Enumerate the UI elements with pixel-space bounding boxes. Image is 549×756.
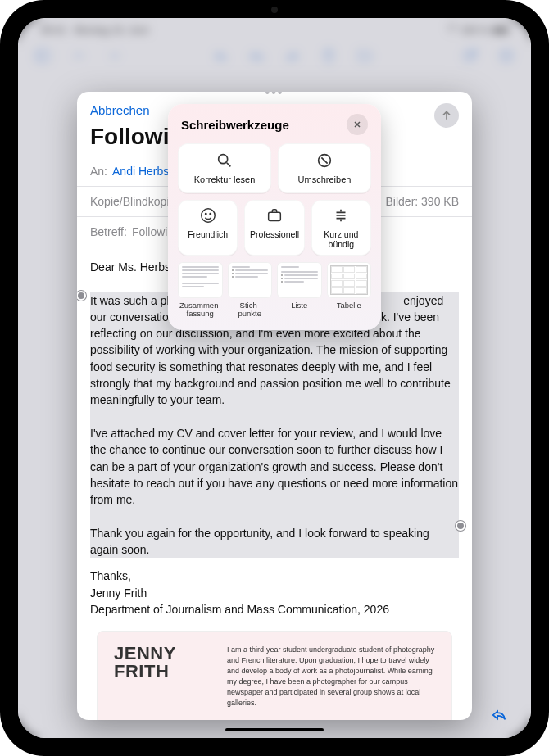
body-p2: I've attached my CV and cover letter for… bbox=[90, 427, 458, 506]
svg-rect-12 bbox=[269, 212, 281, 220]
list-thumb[interactable]: Liste bbox=[277, 262, 322, 319]
cv-attachment[interactable]: JENNY FRITH I am a third-year student un… bbox=[97, 631, 452, 720]
body-p3: Thank you again for the opportunity, and… bbox=[90, 527, 429, 556]
selected-text: It was such a pleasure hidden under popo… bbox=[90, 292, 459, 559]
rewrite-label: Umschreiben bbox=[298, 174, 352, 185]
selection-handle-start[interactable] bbox=[77, 291, 86, 301]
sign-name: Jenny Frith bbox=[90, 585, 459, 601]
popover-close-button[interactable] bbox=[347, 114, 368, 135]
rewrite-icon bbox=[315, 152, 333, 170]
home-indicator[interactable] bbox=[225, 728, 324, 731]
bottom-reply-icon[interactable] bbox=[490, 705, 508, 727]
sign-thanks: Thanks, bbox=[90, 568, 459, 584]
friendly-button[interactable]: Freundlich bbox=[178, 200, 238, 256]
to-label: An: bbox=[90, 165, 107, 178]
table-preview bbox=[327, 262, 372, 298]
cv-divider bbox=[114, 718, 435, 718]
briefcase-icon bbox=[265, 206, 284, 224]
friendly-label: Freundlich bbox=[188, 229, 228, 239]
selection-handle-end[interactable] bbox=[456, 521, 465, 531]
cv-name-last: FRITH bbox=[114, 663, 212, 681]
sign-dept: Department of Journalism and Mass Commun… bbox=[90, 601, 459, 618]
list-preview bbox=[277, 262, 322, 298]
svg-point-7 bbox=[219, 155, 228, 164]
ipad-frame: 09:41 Montag 10. Juni 100 % bbox=[0, 0, 549, 756]
send-button[interactable] bbox=[434, 103, 459, 128]
professional-label: Professionell bbox=[250, 229, 299, 239]
professional-button[interactable]: Professionell bbox=[244, 200, 304, 256]
svg-point-10 bbox=[205, 213, 206, 214]
keypoints-preview bbox=[228, 262, 273, 298]
concise-button[interactable]: Kurz und bündig bbox=[311, 200, 371, 256]
concise-label: Kurz und bündig bbox=[315, 229, 368, 249]
popover-title: Schreibwerkzeuge bbox=[181, 118, 289, 132]
magnifier-icon bbox=[216, 152, 234, 170]
rewrite-button[interactable]: Umschreiben bbox=[278, 143, 371, 193]
keypoints-thumb[interactable]: Stich- punkte bbox=[228, 262, 273, 319]
proofread-button[interactable]: Korrektur lesen bbox=[178, 143, 271, 193]
concise-icon bbox=[332, 206, 350, 224]
table-label: Tabelle bbox=[337, 301, 361, 310]
keypoints-label: Stich- punkte bbox=[238, 301, 261, 319]
cv-bio: I am a third-year student undergraduate … bbox=[227, 645, 435, 708]
svg-point-11 bbox=[210, 213, 211, 214]
writing-tools-popover: Schreibwerkzeuge Korrektur lesen Umschre… bbox=[168, 104, 381, 330]
cv-name-first: JENNY bbox=[114, 645, 212, 663]
subject-label: Betreff: bbox=[90, 225, 127, 238]
table-thumb[interactable]: Tabelle bbox=[327, 262, 372, 319]
summary-preview bbox=[178, 262, 223, 298]
front-camera bbox=[271, 7, 278, 13]
close-icon bbox=[352, 120, 362, 129]
to-recipient[interactable]: Andi Herbst bbox=[112, 165, 172, 178]
summary-label: Zusammen- fassung bbox=[179, 301, 221, 319]
attachment-info: Bilder: 390 KB bbox=[386, 195, 460, 208]
svg-point-9 bbox=[201, 208, 215, 222]
summary-thumb[interactable]: Zusammen- fassung bbox=[178, 262, 223, 319]
smile-icon bbox=[199, 206, 217, 224]
signoff: Thanks, Jenny Frith Department of Journa… bbox=[90, 568, 459, 618]
sheet-grabber[interactable]: ••• bbox=[265, 92, 284, 100]
arrow-up-icon bbox=[440, 109, 453, 122]
list-label: Liste bbox=[291, 301, 307, 310]
proofread-label: Korrektur lesen bbox=[194, 174, 256, 185]
screen: 09:41 Montag 10. Juni 100 % bbox=[18, 18, 531, 738]
